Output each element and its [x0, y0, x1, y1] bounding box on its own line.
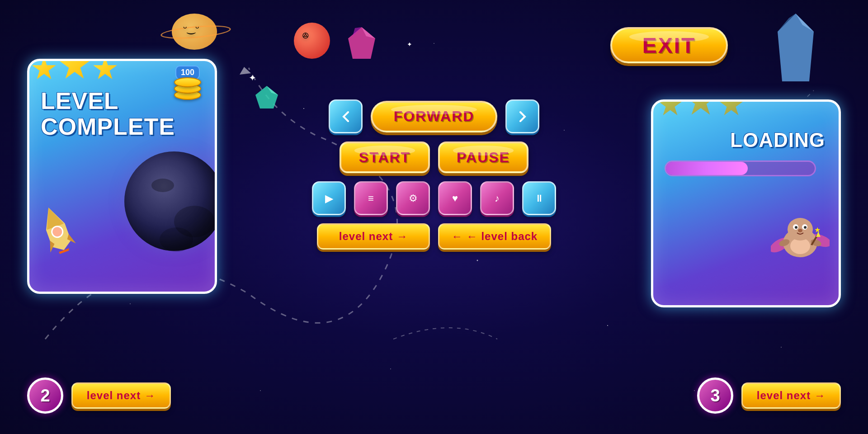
star-3	[93, 59, 118, 81]
right-stars-row	[658, 99, 744, 118]
svg-marker-1	[255, 86, 278, 108]
center-level-next-button[interactable]: level next →	[317, 223, 430, 250]
start-button[interactable]: START	[340, 142, 430, 173]
chevron-left-icon	[339, 110, 353, 123]
star-1	[32, 59, 57, 81]
pause-button[interactable]: PAUSE	[438, 142, 528, 173]
left-stars-row	[32, 59, 118, 81]
center-level-next-label: level next	[339, 230, 393, 243]
svg-point-25	[798, 229, 802, 232]
right-panel: LOADING	[651, 99, 841, 307]
saturn-planet: ᵕ‿ᵕ	[172, 14, 217, 50]
sq-btn-left-top[interactable]	[329, 99, 363, 133]
left-panel-bottom: 2 level next →	[27, 377, 171, 414]
right-star-3	[719, 99, 744, 118]
music-icon-button[interactable]: ♪	[480, 181, 514, 215]
gear-icon: ⚙	[409, 193, 418, 204]
gear-icon-button[interactable]: ⚙	[396, 181, 430, 215]
pink-crystal	[344, 27, 380, 59]
center-next-arrow: →	[396, 230, 408, 243]
heart-icon: ♥	[452, 193, 458, 204]
loading-bar-container	[665, 160, 816, 176]
left-panel: 100 LEVEL COMPLETE	[27, 59, 217, 294]
chevron-right-icon	[516, 110, 529, 123]
list-icon-button[interactable]: ≡	[354, 181, 388, 215]
svg-marker-3	[348, 27, 375, 59]
right-star-1	[658, 99, 683, 118]
sparkle-3: ✦	[407, 41, 412, 48]
coin-1	[174, 77, 201, 87]
music-icon: ♪	[495, 193, 500, 204]
saturn-face: ᵕ‿ᵕ	[183, 23, 199, 34]
exit-button[interactable]: EXIT	[610, 27, 728, 63]
heart-icon-button[interactable]: ♥	[438, 181, 472, 215]
left-next-arrow: →	[144, 389, 156, 402]
center-level-back-button[interactable]: ← ← level back	[438, 223, 551, 250]
center-ui: FORWARD START PAUSE ▶ ≡ ⚙ ♥ ♪ ⏸	[312, 99, 556, 250]
star-2-big	[59, 59, 90, 81]
svg-text:★: ★	[814, 226, 821, 234]
panel-left-planet	[124, 151, 217, 251]
level-badge-3: 3	[697, 377, 733, 414]
right-star-2-big	[685, 99, 717, 118]
icon-buttons-row: ▶ ≡ ⚙ ♥ ♪ ⏸	[312, 181, 556, 215]
exit-button-wrap: EXIT	[610, 27, 728, 63]
svg-marker-15	[59, 248, 73, 257]
level-complete-title: LEVEL COMPLETE	[41, 88, 175, 140]
loading-bar-fill	[666, 162, 748, 175]
svg-point-24	[804, 226, 807, 229]
rocket	[35, 201, 78, 259]
level-nav-row: level next → ← ← level back	[317, 223, 551, 250]
sparkle-1: ✦	[249, 72, 256, 83]
sq-btn-right-top[interactable]	[505, 99, 539, 133]
right-panel-bottom: 3 level next →	[697, 377, 841, 414]
red-planet: ꔮ	[294, 23, 330, 59]
forward-button[interactable]: FORWARD	[371, 101, 497, 132]
teal-crystal	[253, 86, 280, 108]
pause-sq-icon: ⏸	[534, 193, 544, 204]
play-icon: ▶	[325, 192, 333, 205]
center-level-back-label: ← level back	[467, 230, 538, 243]
left-level-next-button[interactable]: level next →	[71, 382, 171, 409]
level-badge-2: 2	[27, 377, 63, 414]
coin-stack: 100	[174, 66, 201, 100]
blue-crystal-right	[769, 14, 823, 81]
start-pause-row: START PAUSE	[340, 142, 528, 173]
red-planet-face: ꔮ	[302, 31, 309, 41]
right-next-arrow: →	[814, 389, 826, 402]
svg-marker-6	[778, 14, 814, 81]
forward-row: FORWARD	[329, 99, 539, 133]
sloth-character: ★	[771, 213, 830, 269]
center-back-arrow: ←	[452, 230, 463, 243]
loading-title: LOADING	[730, 129, 825, 151]
pause-sq-icon-button[interactable]: ⏸	[522, 181, 556, 215]
right-level-next-button[interactable]: level next →	[741, 382, 841, 409]
play-icon-button[interactable]: ▶	[312, 181, 346, 215]
svg-point-23	[795, 226, 797, 229]
list-icon: ≡	[368, 193, 374, 204]
